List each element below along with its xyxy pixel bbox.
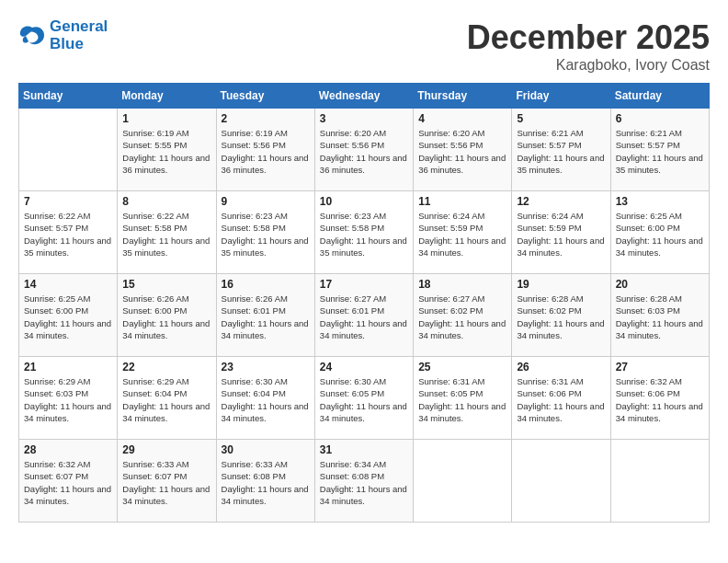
day-number: 9	[222, 195, 310, 208]
day-info: Sunrise: 6:27 AM Sunset: 6:01 PM Dayligh…	[320, 293, 408, 341]
day-number: 21	[24, 361, 112, 373]
day-number: 13	[616, 195, 704, 208]
calendar-cell: 20Sunrise: 6:28 AM Sunset: 6:03 PM Dayli…	[610, 274, 709, 357]
calendar-cell: 4Sunrise: 6:20 AM Sunset: 5:56 PM Daylig…	[414, 109, 512, 191]
calendar-cell: 29Sunrise: 6:33 AM Sunset: 6:07 PM Dayli…	[118, 440, 216, 523]
month-title: December 2025	[467, 18, 710, 57]
day-number: 5	[517, 112, 605, 125]
day-number: 30	[222, 443, 310, 456]
calendar-cell: 18Sunrise: 6:27 AM Sunset: 6:02 PM Dayli…	[414, 274, 512, 357]
day-number: 14	[24, 278, 112, 291]
calendar-cell: 14Sunrise: 6:25 AM Sunset: 6:00 PM Dayli…	[19, 274, 118, 357]
calendar-body: 1Sunrise: 6:19 AM Sunset: 5:55 PM Daylig…	[19, 109, 710, 523]
day-info: Sunrise: 6:24 AM Sunset: 5:59 PM Dayligh…	[517, 210, 605, 259]
day-info: Sunrise: 6:33 AM Sunset: 6:07 PM Dayligh…	[122, 458, 210, 507]
day-info: Sunrise: 6:20 AM Sunset: 5:56 PM Dayligh…	[418, 127, 506, 176]
calendar-cell: 28Sunrise: 6:32 AM Sunset: 6:07 PM Dayli…	[19, 440, 118, 523]
calendar-cell: 15Sunrise: 6:26 AM Sunset: 6:00 PM Dayli…	[118, 274, 216, 357]
day-info: Sunrise: 6:29 AM Sunset: 6:03 PM Dayligh…	[24, 375, 112, 424]
day-number: 18	[418, 278, 506, 291]
day-info: Sunrise: 6:25 AM Sunset: 6:00 PM Dayligh…	[616, 210, 704, 259]
calendar-cell: 1Sunrise: 6:19 AM Sunset: 5:55 PM Daylig…	[118, 109, 216, 191]
day-info: Sunrise: 6:28 AM Sunset: 6:03 PM Dayligh…	[616, 293, 704, 341]
calendar-cell	[414, 440, 512, 523]
calendar-cell: 2Sunrise: 6:19 AM Sunset: 5:56 PM Daylig…	[216, 109, 314, 191]
calendar-cell: 13Sunrise: 6:25 AM Sunset: 6:00 PM Dayli…	[610, 191, 709, 274]
day-info: Sunrise: 6:31 AM Sunset: 6:06 PM Dayligh…	[517, 375, 605, 424]
day-number: 6	[616, 112, 704, 125]
calendar-cell: 3Sunrise: 6:20 AM Sunset: 5:56 PM Daylig…	[314, 109, 413, 191]
calendar-cell: 10Sunrise: 6:23 AM Sunset: 5:58 PM Dayli…	[314, 191, 413, 274]
logo: General Blue	[18, 18, 108, 52]
day-number: 4	[418, 112, 506, 125]
day-info: Sunrise: 6:21 AM Sunset: 5:57 PM Dayligh…	[616, 127, 704, 176]
day-info: Sunrise: 6:25 AM Sunset: 6:00 PM Dayligh…	[24, 293, 112, 341]
day-info: Sunrise: 6:21 AM Sunset: 5:57 PM Dayligh…	[517, 127, 605, 176]
day-number: 28	[24, 443, 112, 456]
calendar-cell: 24Sunrise: 6:30 AM Sunset: 6:05 PM Dayli…	[314, 357, 413, 440]
weekday-header-row: SundayMondayTuesdayWednesdayThursdayFrid…	[19, 84, 710, 109]
day-info: Sunrise: 6:23 AM Sunset: 5:58 PM Dayligh…	[320, 210, 408, 259]
day-number: 7	[24, 195, 112, 208]
day-number: 19	[517, 278, 605, 291]
weekday-header-cell: Friday	[512, 84, 610, 109]
day-number: 20	[616, 278, 704, 291]
day-number: 22	[122, 361, 210, 373]
day-info: Sunrise: 6:29 AM Sunset: 6:04 PM Dayligh…	[122, 375, 210, 424]
calendar-week-row: 1Sunrise: 6:19 AM Sunset: 5:55 PM Daylig…	[19, 109, 710, 191]
calendar-cell: 22Sunrise: 6:29 AM Sunset: 6:04 PM Dayli…	[118, 357, 216, 440]
calendar-cell: 21Sunrise: 6:29 AM Sunset: 6:03 PM Dayli…	[19, 357, 118, 440]
calendar-cell: 11Sunrise: 6:24 AM Sunset: 5:59 PM Dayli…	[414, 191, 512, 274]
calendar-cell: 6Sunrise: 6:21 AM Sunset: 5:57 PM Daylig…	[610, 109, 709, 191]
day-info: Sunrise: 6:22 AM Sunset: 5:57 PM Dayligh…	[24, 210, 112, 259]
day-number: 10	[320, 195, 408, 208]
calendar-week-row: 14Sunrise: 6:25 AM Sunset: 6:00 PM Dayli…	[19, 274, 710, 357]
logo-icon	[18, 23, 46, 49]
day-number: 26	[517, 361, 605, 373]
day-info: Sunrise: 6:26 AM Sunset: 6:01 PM Dayligh…	[222, 293, 310, 341]
day-number: 23	[222, 361, 310, 373]
calendar-cell: 26Sunrise: 6:31 AM Sunset: 6:06 PM Dayli…	[512, 357, 610, 440]
calendar-cell: 30Sunrise: 6:33 AM Sunset: 6:08 PM Dayli…	[216, 440, 314, 523]
day-number: 11	[418, 195, 506, 208]
day-info: Sunrise: 6:26 AM Sunset: 6:00 PM Dayligh…	[122, 293, 210, 341]
weekday-header-cell: Tuesday	[216, 84, 314, 109]
day-number: 8	[122, 195, 210, 208]
weekday-header-cell: Sunday	[19, 84, 118, 109]
calendar-cell: 5Sunrise: 6:21 AM Sunset: 5:57 PM Daylig…	[512, 109, 610, 191]
page-header: General Blue December 2025 Karagboko, Iv…	[18, 18, 710, 74]
day-info: Sunrise: 6:19 AM Sunset: 5:55 PM Dayligh…	[122, 127, 210, 176]
calendar-cell: 8Sunrise: 6:22 AM Sunset: 5:58 PM Daylig…	[118, 191, 216, 274]
day-number: 2	[222, 112, 310, 125]
weekday-header-cell: Monday	[118, 84, 216, 109]
calendar-week-row: 28Sunrise: 6:32 AM Sunset: 6:07 PM Dayli…	[19, 440, 710, 523]
day-number: 27	[616, 361, 704, 373]
calendar-cell: 9Sunrise: 6:23 AM Sunset: 5:58 PM Daylig…	[216, 191, 314, 274]
calendar-cell: 25Sunrise: 6:31 AM Sunset: 6:05 PM Dayli…	[414, 357, 512, 440]
day-number: 24	[320, 361, 408, 373]
day-info: Sunrise: 6:30 AM Sunset: 6:04 PM Dayligh…	[222, 375, 310, 424]
calendar-cell: 23Sunrise: 6:30 AM Sunset: 6:04 PM Dayli…	[216, 357, 314, 440]
day-number: 25	[418, 361, 506, 373]
day-info: Sunrise: 6:28 AM Sunset: 6:02 PM Dayligh…	[517, 293, 605, 341]
day-info: Sunrise: 6:27 AM Sunset: 6:02 PM Dayligh…	[418, 293, 506, 341]
calendar-cell: 17Sunrise: 6:27 AM Sunset: 6:01 PM Dayli…	[314, 274, 413, 357]
calendar-cell: 31Sunrise: 6:34 AM Sunset: 6:08 PM Dayli…	[314, 440, 413, 523]
calendar-cell: 27Sunrise: 6:32 AM Sunset: 6:06 PM Dayli…	[610, 357, 709, 440]
calendar-cell	[512, 440, 610, 523]
logo-text: General Blue	[50, 18, 108, 52]
title-block: December 2025 Karagboko, Ivory Coast	[467, 18, 710, 74]
weekday-header-cell: Saturday	[610, 84, 709, 109]
day-number: 1	[122, 112, 210, 125]
weekday-header-cell: Thursday	[414, 84, 512, 109]
calendar-cell	[19, 109, 118, 191]
calendar-cell: 16Sunrise: 6:26 AM Sunset: 6:01 PM Dayli…	[216, 274, 314, 357]
location-subtitle: Karagboko, Ivory Coast	[467, 57, 710, 74]
calendar-cell: 19Sunrise: 6:28 AM Sunset: 6:02 PM Dayli…	[512, 274, 610, 357]
day-number: 3	[320, 112, 408, 125]
day-number: 16	[222, 278, 310, 291]
day-info: Sunrise: 6:32 AM Sunset: 6:07 PM Dayligh…	[24, 458, 112, 507]
day-info: Sunrise: 6:34 AM Sunset: 6:08 PM Dayligh…	[320, 458, 408, 507]
day-info: Sunrise: 6:22 AM Sunset: 5:58 PM Dayligh…	[122, 210, 210, 259]
day-number: 12	[517, 195, 605, 208]
